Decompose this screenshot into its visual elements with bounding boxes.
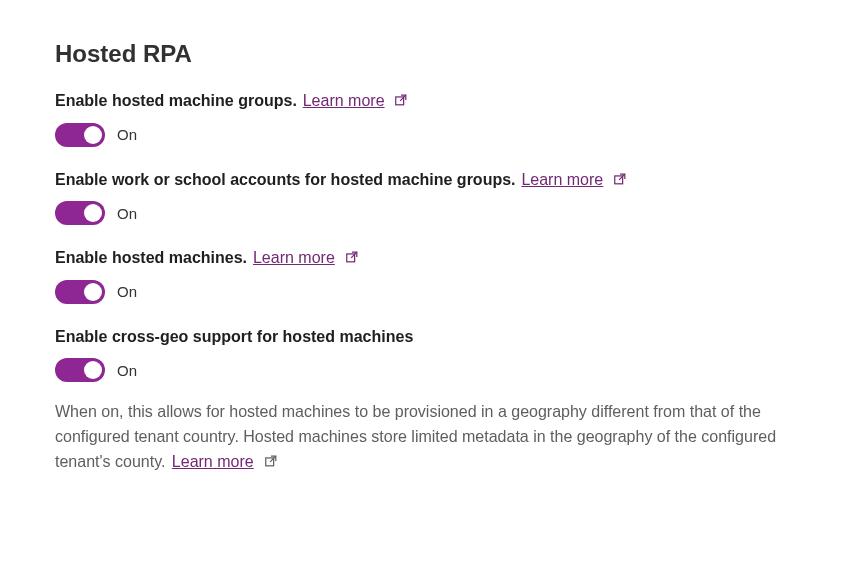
setting-label-row: Enable hosted machines. Learn more bbox=[55, 247, 795, 270]
toggle-row: On bbox=[55, 201, 795, 225]
setting-label-row: Enable hosted machine groups. Learn more bbox=[55, 90, 795, 113]
setting-hosted-machine-groups: Enable hosted machine groups. Learn more… bbox=[55, 90, 795, 147]
setting-description: When on, this allows for hosted machines… bbox=[55, 400, 795, 475]
toggle-state-label: On bbox=[117, 126, 137, 143]
toggle-cross-geo[interactable] bbox=[55, 358, 105, 382]
setting-label-row: Enable work or school accounts for hoste… bbox=[55, 169, 795, 192]
setting-cross-geo: Enable cross-geo support for hosted mach… bbox=[55, 326, 795, 476]
toggle-work-school-accounts[interactable] bbox=[55, 201, 105, 225]
learn-more-link[interactable]: Learn more bbox=[253, 249, 335, 266]
setting-label-row: Enable cross-geo support for hosted mach… bbox=[55, 326, 795, 348]
toggle-knob bbox=[84, 283, 102, 301]
toggle-state-label: On bbox=[117, 205, 137, 222]
setting-label: Enable work or school accounts for hoste… bbox=[55, 171, 516, 188]
toggle-state-label: On bbox=[117, 283, 137, 300]
toggle-row: On bbox=[55, 358, 795, 382]
external-link-icon bbox=[394, 93, 408, 113]
setting-label: Enable hosted machines. bbox=[55, 249, 247, 266]
setting-work-school-accounts: Enable work or school accounts for hoste… bbox=[55, 169, 795, 226]
toggle-knob bbox=[84, 204, 102, 222]
toggle-knob bbox=[84, 126, 102, 144]
learn-more-link[interactable]: Learn more bbox=[303, 92, 385, 109]
toggle-state-label: On bbox=[117, 362, 137, 379]
section-title: Hosted RPA bbox=[55, 40, 795, 68]
setting-hosted-machines: Enable hosted machines. Learn more On bbox=[55, 247, 795, 304]
description-text: When on, this allows for hosted machines… bbox=[55, 403, 776, 470]
toggle-hosted-machine-groups[interactable] bbox=[55, 123, 105, 147]
toggle-row: On bbox=[55, 280, 795, 304]
toggle-row: On bbox=[55, 123, 795, 147]
learn-more-link[interactable]: Learn more bbox=[172, 453, 254, 470]
external-link-icon bbox=[264, 451, 278, 476]
external-link-icon bbox=[613, 172, 627, 192]
learn-more-link[interactable]: Learn more bbox=[521, 171, 603, 188]
setting-label: Enable hosted machine groups. bbox=[55, 92, 297, 109]
external-link-icon bbox=[345, 250, 359, 270]
toggle-hosted-machines[interactable] bbox=[55, 280, 105, 304]
toggle-knob bbox=[84, 361, 102, 379]
setting-label: Enable cross-geo support for hosted mach… bbox=[55, 328, 413, 345]
